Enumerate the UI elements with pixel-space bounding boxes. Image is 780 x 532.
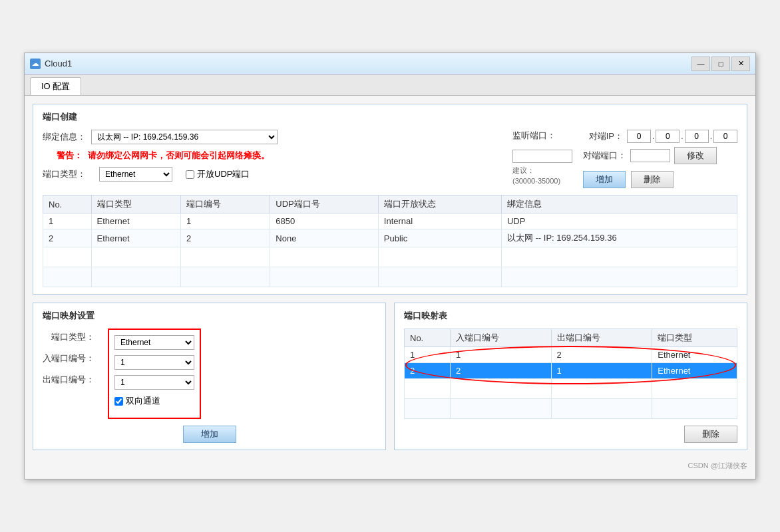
warning-prefix: 警告：	[43, 150, 83, 162]
col-binding: 绑定信息	[501, 196, 737, 213]
map-out-port-select[interactable]: 1 2	[114, 375, 194, 390]
bidirectional-checkbox[interactable]	[114, 397, 123, 406]
col-udp: UDP端口号	[270, 196, 379, 213]
map-col-no: No.	[405, 329, 451, 347]
binding-row: 绑定信息： 以太网 -- IP: 169.254.159.36	[43, 130, 499, 144]
remote-ip-label: 对端IP：	[583, 130, 623, 142]
port-map-table-title: 端口映射表	[404, 310, 737, 322]
main-content: 端口创建 绑定信息： 以太网 -- IP: 169.254.159.36 警告：…	[25, 96, 755, 479]
binding-select[interactable]: 以太网 -- IP: 169.254.159.36	[91, 130, 278, 144]
map-table-row-selected[interactable]: 2 2 1 Ethernet	[405, 363, 737, 379]
app-icon: ☁	[30, 59, 41, 69]
table-row-empty	[43, 267, 737, 287]
port-create-title: 端口创建	[43, 111, 737, 123]
warning-text: 请勿绑定公网网卡，否则可能会引起网络瘫痪。	[88, 150, 270, 162]
remote-block: 对端IP： . . . 对端	[583, 130, 737, 188]
listen-port-label: 监听端口：	[512, 130, 556, 142]
map-out-port-label: 出端口编号：	[43, 374, 95, 386]
udp-checkbox-label[interactable]: 开放UDP端口	[186, 168, 250, 180]
minimize-button[interactable]: —	[691, 57, 710, 71]
map-in-port-select[interactable]: 1 2	[114, 355, 194, 370]
map-col-in: 入端口编号	[450, 329, 551, 347]
listen-port-input[interactable]: 30000	[512, 150, 572, 163]
map-col-type: 端口类型	[652, 329, 737, 347]
maximize-button[interactable]: □	[711, 57, 730, 71]
port-create-right: 监听端口： 30000 建议： (30000-35000) 对端IP：	[512, 130, 737, 188]
port-create-top: 绑定信息： 以太网 -- IP: 169.254.159.36 警告： 请勿绑定…	[43, 130, 737, 188]
port-map-labels: 端口类型： 入端口编号： 出端口编号：	[43, 329, 95, 386]
port-map-settings-content: 端口类型： 入端口编号： 出端口编号： Ethernet	[43, 329, 376, 419]
port-create-left: 绑定信息： 以太网 -- IP: 169.254.159.36 警告： 请勿绑定…	[43, 130, 499, 188]
main-window: ☁ Cloud1 — □ ✕ IO 配置 端口创建 绑定信息：	[24, 53, 756, 479]
binding-label: 绑定信息：	[43, 131, 86, 143]
map-add-btn-row: 增加	[43, 426, 376, 443]
map-table-row[interactable]: 1 1 2 Ethernet	[405, 347, 737, 363]
modify-button[interactable]: 修改	[674, 147, 717, 164]
port-map-settings-section: 端口映射设置 端口类型： 入端口编号： 出端口编号： Ethernet	[33, 303, 386, 450]
port-table-wrapper: No. 端口类型 端口编号 UDP端口号 端口开放状态 绑定信息 1 Ether…	[43, 195, 737, 287]
title-bar-left: ☁ Cloud1	[30, 59, 72, 69]
table-row-empty	[43, 247, 737, 267]
table-row[interactable]: 2 Ethernet 2 None Public 以太网 -- IP: 169.…	[43, 229, 737, 247]
close-button[interactable]: ✕	[731, 57, 750, 71]
tab-bar: IO 配置	[25, 74, 755, 96]
port-map-settings-title: 端口映射设置	[43, 310, 376, 322]
window-title: Cloud1	[45, 59, 72, 68]
action-buttons: 增加 删除	[583, 171, 737, 188]
map-table-row-empty	[405, 379, 737, 399]
listen-port-row: 监听端口：	[512, 130, 572, 142]
port-type-select[interactable]: Ethernet	[99, 167, 172, 182]
map-table-row-empty	[405, 399, 737, 419]
map-col-out: 出端口编号	[551, 329, 652, 347]
col-status: 端口开放状态	[378, 196, 501, 213]
port-map-table-section: 端口映射表 No. 入端口编号 出端口编号 端口类型	[394, 303, 747, 450]
ip-part-4[interactable]	[713, 130, 737, 143]
bidirectional-label[interactable]: 双向通道	[114, 395, 160, 407]
map-port-type-label: 端口类型：	[43, 331, 95, 343]
ip-part-3[interactable]	[685, 130, 709, 143]
delete-port-button[interactable]: 删除	[631, 171, 674, 188]
remote-port-label: 对端端口：	[583, 150, 626, 162]
suggest-label: 建议：	[512, 166, 572, 176]
bidirectional-row: 双向通道	[114, 395, 194, 407]
remote-port-row: 对端端口： 0 修改	[583, 147, 737, 164]
port-map-table: No. 入端口编号 出端口编号 端口类型 1 1 2 Ether	[404, 329, 737, 419]
window-controls: — □ ✕	[691, 57, 750, 71]
col-no: No.	[43, 196, 92, 213]
tab-io-config[interactable]: IO 配置	[30, 77, 81, 95]
map-in-port-label: 入端口编号：	[43, 352, 95, 364]
map-type-row: Ethernet	[114, 335, 194, 350]
watermark: CSDN @江湖侠客	[33, 461, 747, 471]
port-map-form: Ethernet 1 2 1 2	[108, 329, 201, 419]
port-create-section: 端口创建 绑定信息： 以太网 -- IP: 169.254.159.36 警告：…	[33, 104, 747, 295]
map-table-container: No. 入端口编号 出端口编号 端口类型 1 1 2 Ether	[404, 329, 737, 419]
listen-block: 监听端口： 30000 建议： (30000-35000)	[512, 130, 572, 188]
title-bar: ☁ Cloud1 — □ ✕	[25, 53, 755, 74]
map-add-button[interactable]: 增加	[183, 426, 236, 443]
port-type-label: 端口类型：	[43, 168, 86, 180]
ip-part-2[interactable]	[656, 130, 680, 143]
remote-port-input[interactable]: 0	[630, 149, 670, 162]
ip-inputs: . . .	[627, 130, 737, 143]
add-port-button[interactable]: 增加	[583, 171, 626, 188]
udp-checkbox[interactable]	[186, 170, 194, 179]
warning-row: 警告： 请勿绑定公网网卡，否则可能会引起网络瘫痪。	[43, 150, 499, 162]
col-num: 端口编号	[180, 196, 270, 213]
map-port-type-select[interactable]: Ethernet	[114, 335, 194, 350]
map-delete-btn-row: 删除	[404, 426, 737, 443]
bottom-section: 端口映射设置 端口类型： 入端口编号： 出端口编号： Ethernet	[33, 303, 747, 458]
port-table: No. 端口类型 端口编号 UDP端口号 端口开放状态 绑定信息 1 Ether…	[43, 195, 737, 287]
table-row[interactable]: 1 Ethernet 1 6850 Internal UDP	[43, 213, 737, 229]
remote-ip-row: 对端IP： . . .	[583, 130, 737, 143]
map-delete-button[interactable]: 删除	[684, 426, 737, 443]
col-type: 端口类型	[91, 196, 180, 213]
map-out-row: 1 2	[114, 375, 194, 390]
map-in-row: 1 2	[114, 355, 194, 370]
port-type-row: 端口类型： Ethernet 开放UDP端口	[43, 167, 499, 182]
ip-part-1[interactable]	[627, 130, 651, 143]
suggest-range: (30000-35000)	[512, 177, 572, 185]
